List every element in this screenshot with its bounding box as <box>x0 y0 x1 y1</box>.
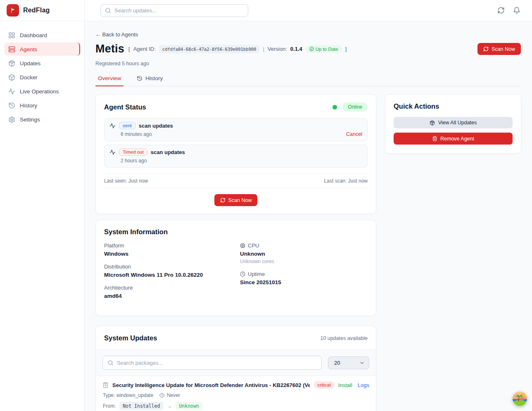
app-title: RedFlag <box>23 7 50 14</box>
title-row: Metis [ Agent ID: cdfdfa84-68c6-47a2-8f5… <box>95 43 521 55</box>
tab-bar: Overview History <box>95 75 521 86</box>
up-to-date-label: Up to Date <box>316 47 338 52</box>
search-icon <box>107 360 114 366</box>
global-search[interactable] <box>100 4 248 17</box>
from-label: From: <box>103 403 116 409</box>
updates-count: 10 updates available <box>320 335 368 341</box>
tab-overview[interactable]: Overview <box>95 75 124 86</box>
agents-server-icon <box>8 46 15 53</box>
sidebar-item-dashboard[interactable]: Dashboard <box>4 29 80 42</box>
online-dot <box>332 105 337 109</box>
check-circle-icon <box>309 47 314 51</box>
bell-icon[interactable] <box>513 7 520 14</box>
topbar <box>85 0 532 21</box>
event-action: scan updates <box>139 123 173 129</box>
distribution-group: Distribution Microsoft Windows 11 Pro 10… <box>104 264 232 278</box>
global-search-input[interactable] <box>114 7 244 14</box>
package-search-input[interactable] <box>117 360 317 366</box>
event-status-badge: Timed out <box>119 148 147 156</box>
last-seen-text: Last seen: Just now <box>104 178 148 184</box>
remove-agent-button[interactable]: Remove Agent <box>394 133 513 145</box>
registered-text: Registered 5 hours ago <box>95 61 521 67</box>
quick-actions-title: Quick Actions <box>394 102 439 110</box>
distribution-value: Microsoft Windows 11 Pro 10.0.26220 <box>104 272 232 278</box>
architecture-value: amd64 <box>104 293 232 299</box>
version-value: 0.1.4 <box>290 46 302 52</box>
remove-agent-label: Remove Agent <box>440 136 474 142</box>
view-all-updates-label: View All Updates <box>438 120 477 126</box>
up-to-date-badge: Up to Date <box>306 45 342 53</box>
clock-icon <box>240 271 245 277</box>
sidebar-item-label: Updates <box>20 60 40 67</box>
search-icon <box>105 7 111 14</box>
sidebar-item-agents[interactable]: Agents <box>4 43 80 56</box>
uptime-group: Uptime Since 20251015 <box>240 271 368 285</box>
back-to-agents-link[interactable]: ← Back to Agents <box>95 31 138 38</box>
agent-status-title: Agent Status <box>104 103 146 111</box>
bracket-open: [ <box>128 46 130 52</box>
page-size-value: 20 <box>334 360 340 366</box>
sidebar-item-label: Agents <box>20 46 37 52</box>
architecture-label: Architecture <box>104 285 232 291</box>
sidebar-item-label: Settings <box>20 116 40 123</box>
divider-pipe: | <box>263 46 264 52</box>
from-version-chip: Not Installed <box>119 402 163 410</box>
last-scan-text: Last scan: Just now <box>324 178 368 184</box>
topbar-icons <box>497 7 520 14</box>
tab-label: History <box>145 75 163 81</box>
update-type: Type: windows_update <box>103 392 153 398</box>
package-icon <box>8 60 15 67</box>
refresh-icon <box>220 197 226 203</box>
page-content: ← Back to Agents Metis [ Agent ID: cdfdf… <box>85 21 532 411</box>
event-time: 2 hours ago <box>121 158 362 164</box>
cpu-label: CPU <box>248 242 259 249</box>
activity-icon <box>8 88 15 95</box>
gear-icon <box>8 116 15 123</box>
sidebar-item-history[interactable]: History <box>4 99 80 112</box>
sidebar-item-updates[interactable]: Updates <box>4 57 80 70</box>
activity-icon <box>109 123 116 129</box>
sidebar-item-label: Docker <box>20 74 38 81</box>
architecture-group: Architecture amd64 <box>104 285 232 299</box>
sidebar-item-settings[interactable]: Settings <box>4 113 80 126</box>
event-action: scan updates <box>151 149 185 155</box>
event-status-badge: sent <box>119 122 135 129</box>
uptime-value: Since 20251015 <box>240 279 368 285</box>
view-all-updates-button[interactable]: View All Updates <box>394 117 513 128</box>
system-info-title: System Information <box>104 228 168 235</box>
arrow-right: → <box>167 403 172 409</box>
sidebar: RedFlag Dashboard Agents Updates Docker … <box>0 0 85 411</box>
online-badge: Online <box>342 102 368 112</box>
system-updates-title: System Updates <box>104 334 157 342</box>
cancel-link[interactable]: Cancel <box>346 131 362 137</box>
tab-history[interactable]: History <box>134 75 165 86</box>
scan-now-label: Scan Now <box>228 197 252 203</box>
scan-now-button-header[interactable]: Scan Now <box>477 43 521 55</box>
event-row: Timed out scan updates 2 hours ago <box>104 145 368 168</box>
logs-link[interactable]: Logs <box>358 382 369 388</box>
island-sticker-icon[interactable] <box>512 391 527 406</box>
update-reboot: Never <box>167 392 180 398</box>
grid-icon <box>8 32 15 39</box>
bracket-close: ] <box>345 46 347 52</box>
main-area: ← Back to Agents Metis [ Agent ID: cdfdf… <box>85 0 532 411</box>
sidebar-item-docker[interactable]: Docker <box>4 71 80 84</box>
platform-label: Platform <box>104 242 232 249</box>
refresh-icon[interactable] <box>497 7 505 14</box>
sidebar-item-live-operations[interactable]: Live Operations <box>4 85 80 98</box>
severity-badge: critical <box>314 381 335 389</box>
install-link[interactable]: Install <box>338 382 352 388</box>
agent-id-label: Agent ID: <box>133 46 156 52</box>
scan-now-button-card[interactable]: Scan Now <box>214 194 258 206</box>
system-updates-card: System Updates 10 updates available 20 <box>95 325 376 411</box>
page-size-select[interactable]: 20 <box>328 356 369 369</box>
event-list: sent scan updates 6 minutes ago Cancel T… <box>104 118 368 168</box>
package-search[interactable] <box>102 356 322 370</box>
clock-icon <box>159 393 164 398</box>
agent-status-card: Agent Status Online sent <box>95 94 376 214</box>
tab-label: Overview <box>98 75 121 81</box>
cpu-group: CPU Unknown Unknown cores <box>240 242 368 264</box>
clipboard-icon <box>102 382 109 388</box>
quick-actions-card: Quick Actions View All Updates Remove Ag… <box>385 94 521 154</box>
agent-id-value: cdfdfa84-68c6-47a2-8f56-639e001bb900 <box>159 45 260 53</box>
